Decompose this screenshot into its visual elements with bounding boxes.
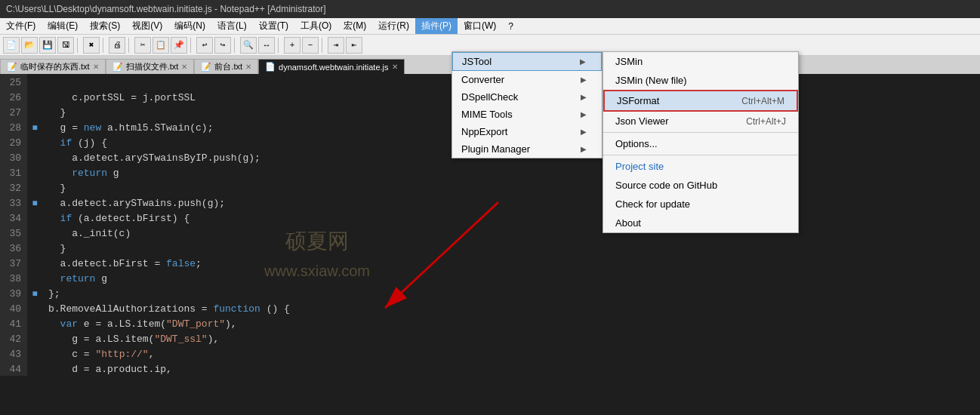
menu-bar: 文件(F) 编辑(E) 搜索(S) 视图(V) 编码(N) 语言(L) 设置(T… <box>0 18 980 35</box>
copy-btn[interactable]: 📋 <box>153 37 169 54</box>
toolbar-sep-2 <box>103 38 106 53</box>
jstool-submenu: JSMin JSMin (New file) JSFormat Ctrl+Alt… <box>602 51 799 233</box>
menu-view[interactable]: 视图(V) <box>126 18 168 34</box>
redo-btn[interactable]: ↪ <box>214 37 231 54</box>
open-btn[interactable]: 📂 <box>21 37 38 54</box>
dspellcheck-arrow: ▶ <box>581 93 587 101</box>
undo-btn[interactable]: ↩ <box>196 37 213 54</box>
title-text: C:\Users\LL\Desktop\dynamsoft.webtwain.i… <box>6 4 326 14</box>
line-numbers: 25 26 27 28 29 30 31 32 33 34 35 36 37 3… <box>0 74 27 376</box>
plugin-dropdown: JSTool ▶ Converter ▶ DSpellCheck ▶ MIME … <box>451 51 602 158</box>
menu-plugins[interactable]: 插件(P) <box>415 18 458 34</box>
tab-icon-4: 📄 <box>265 62 276 72</box>
paste-btn[interactable]: 📌 <box>171 37 187 54</box>
submenu-source-code[interactable]: Source code on GitHub <box>603 176 798 195</box>
submenu-options[interactable]: Options... <box>603 134 798 153</box>
breakpoint-margin: ■ ■ ■ <box>27 74 42 376</box>
plugin-jstool[interactable]: JSTool ▶ <box>452 52 602 71</box>
menu-macro[interactable]: 宏(M) <box>337 18 372 34</box>
submenu-jsformat[interactable]: JSFormat Ctrl+Alt+M <box>603 90 798 112</box>
zoom-out-btn[interactable]: − <box>302 37 319 54</box>
converter-arrow: ▶ <box>581 75 587 84</box>
submenu-jsmin-newfile[interactable]: JSMin (New file) <box>603 71 798 90</box>
menu-settings[interactable]: 设置(T) <box>253 18 294 34</box>
tab-close-3[interactable]: ✕ <box>245 63 251 71</box>
toolbar-sep-1 <box>77 38 80 53</box>
plugin-converter[interactable]: Converter ▶ <box>452 71 602 88</box>
title-bar: C:\Users\LL\Desktop\dynamsoft.webtwain.i… <box>0 0 980 18</box>
submenu-project-site[interactable]: Project site <box>603 157 798 176</box>
submenu-jsmin[interactable]: JSMin <box>603 52 798 71</box>
tab-dynamsoft[interactable]: 📄 dynamsoft.webtwain.initiate.js ✕ <box>258 59 405 74</box>
menu-search[interactable]: 搜索(S) <box>84 18 126 34</box>
find-btn[interactable]: 🔍 <box>240 37 257 54</box>
jstool-arrow: ▶ <box>580 57 586 66</box>
toolbar-sep-7 <box>322 38 325 53</box>
pluginmanager-arrow: ▶ <box>581 145 587 153</box>
plugin-manager[interactable]: Plugin Manager ▶ <box>452 140 602 158</box>
submenu-sep-2 <box>603 155 798 155</box>
tab-close-1[interactable]: ✕ <box>93 63 99 71</box>
save-btn[interactable]: 💾 <box>39 37 56 54</box>
submenu-check-update[interactable]: Check for update <box>603 195 798 214</box>
submenu-about[interactable]: About <box>603 214 798 232</box>
tab-frontend[interactable]: 📝 前台.txt ✕ <box>194 59 258 74</box>
new-btn[interactable]: 📄 <box>3 37 20 54</box>
tab-close-4[interactable]: ✕ <box>392 63 398 71</box>
plugin-mime-tools[interactable]: MIME Tools ▶ <box>452 106 602 123</box>
menu-encode[interactable]: 编码(N) <box>168 18 211 34</box>
menu-language[interactable]: 语言(L) <box>211 18 253 34</box>
print-btn[interactable]: 🖨 <box>109 37 125 54</box>
zoom-in-btn[interactable]: + <box>284 37 300 54</box>
menu-tools[interactable]: 工具(O) <box>294 18 337 34</box>
tab-temp[interactable]: 📝 临时保存的东西.txt ✕ <box>0 59 106 74</box>
menu-help[interactable]: ? <box>502 18 519 34</box>
outdent-btn[interactable]: ⇤ <box>346 37 362 54</box>
toolbar-sep-5 <box>234 38 237 53</box>
menu-run[interactable]: 运行(R) <box>372 18 415 34</box>
tab-icon-1: 📝 <box>7 62 17 72</box>
toolbar-sep-6 <box>278 38 281 53</box>
menu-window[interactable]: 窗口(W) <box>458 18 502 34</box>
save-all-btn[interactable]: 🖫 <box>57 37 74 54</box>
mime-arrow: ▶ <box>581 110 587 118</box>
plugin-dspellcheck[interactable]: DSpellCheck ▶ <box>452 88 602 106</box>
tab-icon-2: 📝 <box>112 62 123 72</box>
indent-btn[interactable]: ⇥ <box>328 37 344 54</box>
toolbar-sep-4 <box>190 38 193 53</box>
tab-scanner[interactable]: 📝 扫描仪文件.txt ✕ <box>106 59 195 74</box>
menu-edit[interactable]: 编辑(E) <box>42 18 84 34</box>
plugin-npp-export[interactable]: NppExport ▶ <box>452 123 602 140</box>
tab-close-2[interactable]: ✕ <box>181 63 187 71</box>
tab-icon-3: 📝 <box>201 62 211 72</box>
close-btn[interactable]: ✖ <box>83 37 100 54</box>
nppexport-arrow: ▶ <box>581 128 587 136</box>
toolbar-sep-3 <box>128 38 131 53</box>
submenu-sep-1 <box>603 132 798 133</box>
submenu-json-viewer[interactable]: Json Viewer Ctrl+Alt+J <box>603 112 798 131</box>
replace-btn[interactable]: ↔ <box>258 37 275 54</box>
cut-btn[interactable]: ✂ <box>134 37 151 54</box>
menu-file[interactable]: 文件(F) <box>0 18 42 34</box>
